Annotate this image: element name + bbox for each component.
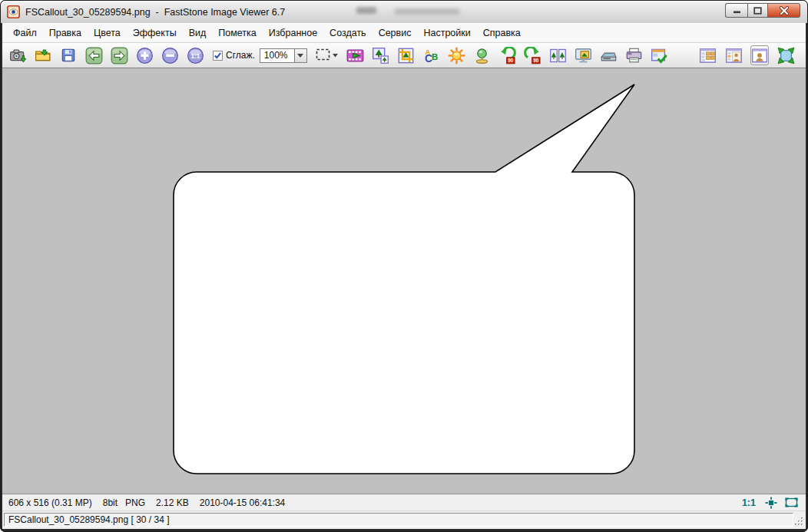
menu-bar: Файл Правка Цвета Эффекты Вид Пометка Из… xyxy=(2,23,806,43)
zoom-in-icon xyxy=(136,47,154,64)
rotate-left-icon: 90 xyxy=(498,47,516,64)
menu-file[interactable]: Файл xyxy=(7,25,43,41)
zoom-combo: 100% xyxy=(260,48,307,63)
compare-icon xyxy=(549,47,567,64)
wallpaper-button[interactable] xyxy=(575,45,593,65)
chevron-down-icon xyxy=(297,54,303,58)
smoothing-group: Сглаж. xyxy=(213,50,255,61)
title-bar[interactable]: FSCallout_30_05289594.png - FastStone Im… xyxy=(1,1,807,23)
background-smudge xyxy=(395,8,459,15)
pan-position-icon[interactable] xyxy=(765,497,777,509)
file-info-bar: FSCallout_30_05289594.png [ 30 / 34 ] xyxy=(2,511,806,529)
smoothing-label: Сглаж. xyxy=(226,50,255,61)
fit-window-icon[interactable] xyxy=(785,497,798,508)
svg-text:B: B xyxy=(432,52,438,61)
maximize-icon xyxy=(753,7,762,15)
maximize-button[interactable] xyxy=(747,3,768,18)
zoom-dropdown-button[interactable] xyxy=(295,48,307,63)
zoom-value-field[interactable]: 100% xyxy=(260,48,295,63)
crop-icon xyxy=(397,47,415,64)
previous-button[interactable] xyxy=(84,45,103,65)
close-icon xyxy=(779,6,790,15)
browse-view-button[interactable] xyxy=(698,45,717,65)
save-button[interactable] xyxy=(59,45,78,65)
previous-icon xyxy=(85,47,103,64)
scanner-icon xyxy=(600,47,618,64)
scan-button[interactable] xyxy=(600,45,618,65)
menu-favorites[interactable]: Избранное xyxy=(263,25,323,41)
file-format: PNG xyxy=(125,497,145,508)
zoom-ratio: 1:1 xyxy=(742,497,756,508)
window-controls xyxy=(725,3,800,18)
fullscreen-icon xyxy=(777,47,795,64)
image-check-button[interactable] xyxy=(651,45,669,65)
thumbnail-view-button[interactable] xyxy=(724,45,743,65)
print-button[interactable] xyxy=(625,45,644,65)
status-bar: 606 x 516 (0.31 MP) 8bit PNG 2.12 KB 201… xyxy=(2,494,806,511)
open-folder-icon xyxy=(35,47,51,64)
image-check-icon xyxy=(651,47,668,64)
open-folder-button[interactable] xyxy=(34,45,52,65)
next-button[interactable] xyxy=(110,45,128,65)
menu-tools[interactable]: Сервис xyxy=(373,25,418,41)
actual-size-button[interactable]: 1:1 xyxy=(186,45,204,65)
file-size: 2.12 KB xyxy=(156,497,189,508)
smoothing-checkbox[interactable] xyxy=(213,51,223,61)
zoom-out-button[interactable] xyxy=(161,45,179,65)
adjust-colors-button[interactable] xyxy=(473,45,492,65)
window-content: Файл Правка Цвета Эффекты Вид Пометка Из… xyxy=(2,23,806,529)
faststone-logo-icon xyxy=(7,5,20,18)
wallpaper-icon xyxy=(575,47,592,64)
crop-button[interactable] xyxy=(397,45,416,65)
thumbnail-view-icon xyxy=(725,47,743,64)
batch-convert-button[interactable]: A C B xyxy=(422,45,441,65)
app-window: FSCallout_30_05289594.png - FastStone Im… xyxy=(0,0,808,532)
rotate-left-button[interactable]: 90 xyxy=(498,45,517,65)
adjust-lighting-button[interactable] xyxy=(448,45,466,65)
menu-create[interactable]: Создать xyxy=(323,25,373,41)
resize-grip[interactable] xyxy=(795,517,803,526)
menu-edit[interactable]: Правка xyxy=(43,25,88,41)
menu-help[interactable]: Справка xyxy=(477,25,527,41)
bit-depth: 8bit xyxy=(103,497,118,508)
slideshow-button[interactable] xyxy=(346,45,365,65)
next-icon xyxy=(111,47,128,64)
menu-colors[interactable]: Цвета xyxy=(88,25,127,41)
camera-icon xyxy=(9,47,26,64)
windowed-view-icon xyxy=(751,47,768,64)
batch-convert-icon: A C B xyxy=(422,47,440,64)
camera-button[interactable] xyxy=(8,45,27,65)
svg-text:90: 90 xyxy=(534,58,540,63)
windowed-view-button[interactable] xyxy=(750,45,769,65)
resize-icon xyxy=(372,47,389,64)
menu-view[interactable]: Вид xyxy=(183,25,213,41)
compare-button[interactable] xyxy=(549,45,568,65)
menu-settings[interactable]: Настройки xyxy=(417,25,476,41)
zoom-out-icon xyxy=(161,47,179,64)
actual-size-icon: 1:1 xyxy=(187,47,204,64)
main-toolbar: 1:1 Сглаж. 100% xyxy=(2,43,806,68)
svg-text:1:1: 1:1 xyxy=(190,52,200,59)
color-orb-icon xyxy=(473,47,491,64)
checkmark-icon xyxy=(214,51,222,60)
speech-bubble-shape xyxy=(174,84,634,474)
rotate-right-icon: 90 xyxy=(524,47,541,64)
callout-image xyxy=(2,68,806,494)
rotate-right-button[interactable]: 90 xyxy=(524,45,542,65)
image-canvas[interactable] xyxy=(2,68,806,494)
resize-button[interactable] xyxy=(372,45,390,65)
minimize-icon xyxy=(733,7,741,14)
select-button[interactable] xyxy=(315,45,339,65)
svg-text:90: 90 xyxy=(508,58,515,63)
file-timestamp: 2010-04-15 06:41:34 xyxy=(200,497,285,508)
zoom-in-button[interactable] xyxy=(135,45,154,65)
menu-effects[interactable]: Эффекты xyxy=(127,25,183,41)
view-buttons-group xyxy=(698,45,795,65)
close-button[interactable] xyxy=(768,3,800,18)
sun-icon xyxy=(448,47,465,64)
menu-tag[interactable]: Пометка xyxy=(212,25,263,41)
fullscreen-button[interactable] xyxy=(777,45,795,65)
minimize-button[interactable] xyxy=(725,3,747,18)
slideshow-icon xyxy=(346,47,364,64)
select-icon xyxy=(316,48,339,62)
